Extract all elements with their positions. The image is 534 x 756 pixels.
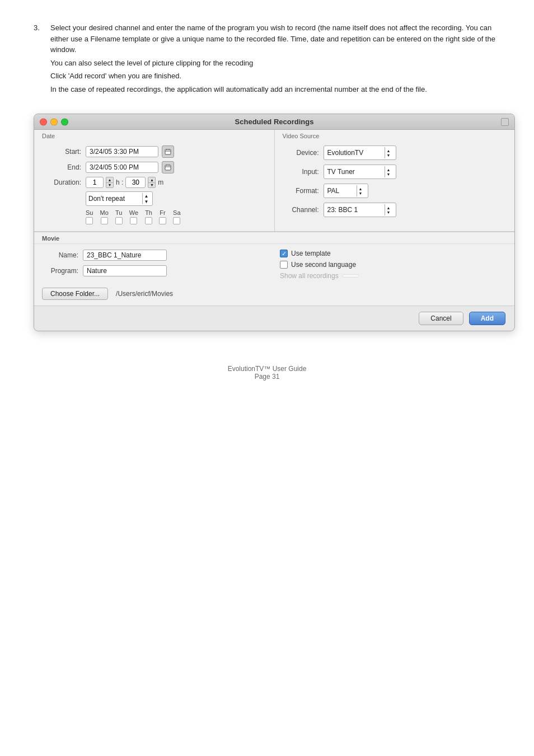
format-select[interactable]: PAL ▲ ▼ xyxy=(324,184,368,198)
device-row: Device: EvolutionTV ▲ ▼ xyxy=(283,145,507,160)
window-body: Date Start: 3/24/05 3:30 PM xyxy=(34,130,514,306)
video-source-section-title: Video Source xyxy=(275,130,515,141)
section-headers: Date Start: 3/24/05 3:30 PM xyxy=(34,130,514,232)
day-fr-label: Fr xyxy=(160,209,165,216)
format-label: Format: xyxy=(283,187,319,195)
show-all-stepper[interactable] xyxy=(342,274,359,278)
choose-folder-button[interactable]: Choose Folder... xyxy=(42,288,108,300)
channel-arrows: ▲ ▼ xyxy=(385,204,392,215)
close-button[interactable] xyxy=(40,118,47,125)
maximize-button[interactable] xyxy=(61,118,68,125)
duration-hours-stepper[interactable]: ▲ ▼ xyxy=(106,177,114,188)
instruction-block: 3. Select your desired channel and enter… xyxy=(34,22,500,97)
input-arrows: ▲ ▼ xyxy=(385,166,392,177)
start-date-field[interactable]: 3/24/05 3:30 PM xyxy=(86,146,158,157)
day-su-checkbox[interactable] xyxy=(86,217,93,224)
scheduled-recordings-dialog: Scheduled Recordings Date Start: 3/24/05… xyxy=(34,114,515,331)
movie-form: Name: 23_BBC 1_Nature Program: Nature ✓ … xyxy=(34,244,514,284)
end-calendar-icon[interactable] xyxy=(162,161,174,173)
day-tu-label: Tu xyxy=(115,209,122,216)
use-template-checkbox[interactable]: ✓ xyxy=(280,250,288,257)
use-second-language-checkbox[interactable] xyxy=(280,261,288,269)
format-row: Format: PAL ▲ ▼ xyxy=(283,184,507,198)
date-section-title: Date xyxy=(34,130,274,141)
name-label: Name: xyxy=(42,251,78,259)
instruction-paragraph3: Click 'Add record' when you are finished… xyxy=(50,71,500,82)
page-footer: EvolutionTV™ User Guide Page 31 xyxy=(34,365,500,392)
svg-rect-4 xyxy=(165,165,171,170)
channel-value: 23: BBC 1 xyxy=(327,206,358,214)
day-th: Th xyxy=(145,209,152,224)
device-arrows: ▲ ▼ xyxy=(385,147,392,158)
end-date-field[interactable]: 3/24/05 5:00 PM xyxy=(86,162,158,173)
window-titlebar: Scheduled Recordings xyxy=(34,114,514,130)
use-second-language-label: Use second language xyxy=(291,261,356,269)
name-input[interactable]: 23_BBC 1_Nature xyxy=(83,250,167,261)
input-select[interactable]: TV Tuner ▲ ▼ xyxy=(324,165,396,179)
input-label: Input: xyxy=(283,168,319,176)
day-tu: Tu xyxy=(115,209,123,224)
program-input[interactable]: Nature xyxy=(83,265,167,276)
resize-button[interactable] xyxy=(501,118,509,126)
device-label: Device: xyxy=(283,149,319,157)
program-row: Program: Nature xyxy=(42,265,269,276)
duration-hours-input[interactable] xyxy=(86,177,104,188)
use-template-row: ✓ Use template xyxy=(280,250,507,257)
day-sa-checkbox[interactable] xyxy=(173,217,180,224)
minimize-button[interactable] xyxy=(50,118,58,125)
footer-page: Page 31 xyxy=(34,373,500,381)
program-label: Program: xyxy=(42,267,78,275)
day-sa: Sa xyxy=(173,209,180,224)
footer-brand: EvolutionTV™ User Guide xyxy=(34,365,500,373)
day-we-label: We xyxy=(129,209,138,216)
cancel-button[interactable]: Cancel xyxy=(419,312,463,325)
folder-path: /Users/ericf/Movies xyxy=(116,290,173,298)
day-su: Su xyxy=(86,209,93,224)
hours-unit: h : xyxy=(116,179,123,186)
day-we-checkbox[interactable] xyxy=(130,217,137,224)
duration-group: ▲ ▼ h : ▲ ▼ m xyxy=(86,177,163,188)
day-th-checkbox[interactable] xyxy=(145,217,152,224)
day-tu-checkbox[interactable] xyxy=(115,217,123,224)
channel-label: Channel: xyxy=(283,206,319,214)
instruction-paragraph2: You can also select the level of picture… xyxy=(50,58,500,69)
date-form: Start: 3/24/05 3:30 PM xyxy=(34,141,274,231)
right-section: Video Source Device: EvolutionTV ▲ ▼ xyxy=(275,130,515,231)
day-fr-checkbox[interactable] xyxy=(159,217,166,224)
input-row: Input: TV Tuner ▲ ▼ xyxy=(283,165,507,179)
day-mo-label: Mo xyxy=(100,209,108,216)
step-number: 3. xyxy=(34,22,45,97)
repeat-value: Don't repeat xyxy=(88,195,125,203)
window-title: Scheduled Recordings xyxy=(235,118,314,126)
day-mo-checkbox[interactable] xyxy=(101,217,108,224)
duration-mins-stepper[interactable]: ▲ ▼ xyxy=(148,177,156,188)
movie-section-header: Movie xyxy=(34,232,514,244)
channel-select[interactable]: 23: BBC 1 ▲ ▼ xyxy=(324,203,396,217)
repeat-arrow: ▲ ▼ xyxy=(142,193,150,204)
days-row: Su Mo Tu We xyxy=(86,209,266,224)
duration-mins-input[interactable] xyxy=(125,177,146,188)
folder-row: Choose Folder... /Users/ericf/Movies xyxy=(34,284,514,300)
repeat-select[interactable]: Don't repeat ▲ ▼ xyxy=(86,191,153,206)
format-arrows: ▲ ▼ xyxy=(357,185,364,196)
device-select[interactable]: EvolutionTV ▲ ▼ xyxy=(324,145,396,160)
use-template-label: Use template xyxy=(291,250,331,257)
end-row: End: 3/24/05 5:00 PM xyxy=(42,161,266,173)
day-th-label: Th xyxy=(145,209,152,216)
day-sa-label: Sa xyxy=(173,209,180,216)
duration-row: Duration: ▲ ▼ h : ▲ xyxy=(42,177,266,188)
day-mo: Mo xyxy=(100,209,108,224)
window-footer: Cancel Add xyxy=(34,306,514,331)
start-row: Start: 3/24/05 3:30 PM xyxy=(42,145,266,158)
name-row: Name: 23_BBC 1_Nature xyxy=(42,250,269,261)
window-controls xyxy=(40,118,68,125)
add-button[interactable]: Add xyxy=(469,312,505,325)
show-all-text: Show all recordings xyxy=(280,272,339,280)
format-value: PAL xyxy=(327,187,340,195)
day-fr: Fr xyxy=(159,209,166,224)
instruction-paragraph1: Select your desired channel and enter th… xyxy=(50,22,500,55)
movie-section: Movie Name: 23_BBC 1_Nature Program: Nat… xyxy=(34,232,514,306)
day-su-label: Su xyxy=(86,209,93,216)
left-section: Date Start: 3/24/05 3:30 PM xyxy=(34,130,275,231)
start-calendar-icon[interactable] xyxy=(162,145,174,158)
